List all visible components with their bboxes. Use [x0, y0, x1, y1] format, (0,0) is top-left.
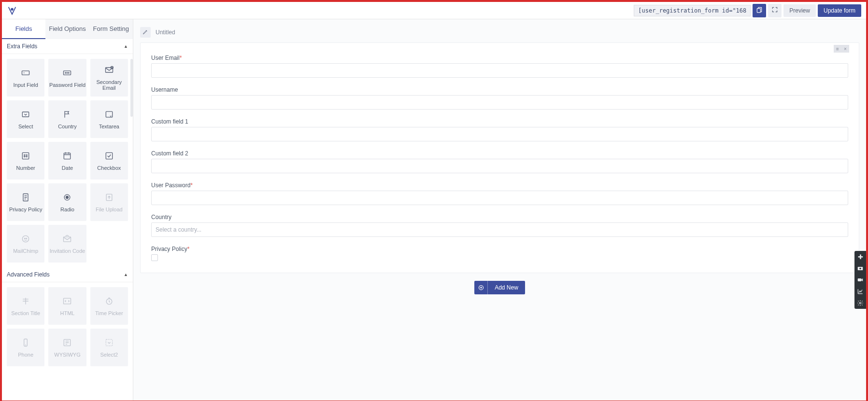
form-row[interactable]: Custom field 2: [151, 150, 848, 173]
field-label: Username: [151, 86, 848, 93]
side-dock: ✚: [854, 251, 866, 309]
svg-point-7: [69, 72, 70, 73]
field-card-html: HTML: [48, 287, 86, 325]
svg-rect-10: [22, 112, 28, 117]
tab-fields[interactable]: Fields: [2, 19, 45, 39]
plus-icon: [474, 281, 488, 294]
field-card-label: Select2: [100, 352, 118, 358]
field-card-country[interactable]: Country: [48, 100, 86, 138]
update-form-button[interactable]: Update form: [818, 4, 861, 17]
section-extra-fields[interactable]: Extra Fields ▲: [2, 39, 133, 54]
text-input[interactable]: [151, 95, 848, 110]
input-icon: [20, 68, 31, 78]
field-card-privacy-policy[interactable]: Privacy Policy: [7, 183, 44, 221]
tab-field-options[interactable]: Field Options: [45, 19, 89, 39]
field-card-checkbox[interactable]: Checkbox: [90, 142, 128, 180]
svg-point-6: [67, 72, 68, 73]
svg-rect-11: [106, 111, 112, 117]
svg-point-5: [65, 72, 66, 73]
text-input[interactable]: [151, 191, 848, 205]
text-input[interactable]: [151, 127, 848, 141]
field-card-radio[interactable]: Radio: [48, 183, 86, 221]
form-row[interactable]: ≡×User Email*: [151, 55, 848, 78]
field-card-password-field[interactable]: Password Field: [48, 59, 86, 97]
svg-point-19: [22, 235, 28, 242]
field-card-section-title: Section Title: [7, 287, 44, 325]
field-card-label: MailChimp: [13, 248, 38, 254]
dock-video-icon[interactable]: [854, 274, 866, 286]
svg-rect-8: [105, 68, 113, 72]
svg-rect-23: [64, 298, 71, 304]
field-card-number[interactable]: Number: [7, 142, 44, 180]
scrollbar[interactable]: [130, 59, 133, 117]
field-card-select[interactable]: Select: [7, 100, 44, 138]
svg-point-21: [26, 238, 27, 239]
field-card-mailchimp: MailChimp: [7, 225, 44, 263]
form-row[interactable]: Custom field 1: [151, 118, 848, 141]
form-title[interactable]: Untitled: [156, 29, 175, 36]
form-row[interactable]: Privacy Policy*: [151, 246, 848, 261]
form-row[interactable]: CountrySelect a country...: [151, 214, 848, 237]
text-input[interactable]: [151, 63, 848, 78]
field-label: User Password*: [151, 182, 848, 189]
clipboard-icon: [756, 6, 763, 14]
email2-icon: [104, 65, 114, 75]
field-card-label: Select: [18, 124, 33, 129]
field-card-secondary-email[interactable]: Secondary Email: [90, 59, 128, 97]
row-delete-button[interactable]: ×: [841, 45, 849, 53]
field-card-time-picker: Time Picker: [90, 287, 128, 325]
field-card-file-upload: File Upload: [90, 183, 128, 221]
sidebar: Fields Field Options Form Setting Extra …: [2, 19, 133, 401]
field-card-label: Privacy Policy: [9, 207, 42, 212]
form-row[interactable]: Username: [151, 86, 848, 110]
field-card-phone: Phone: [7, 329, 44, 366]
fullscreen-button[interactable]: [768, 4, 782, 17]
shortcode-box: [user_registration_form id="168: [634, 5, 751, 16]
field-card-date[interactable]: Date: [48, 142, 86, 180]
dock-add-icon[interactable]: ✚: [854, 251, 866, 263]
section-icon: [20, 296, 31, 306]
advanced-fields-grid: Section TitleHTMLTime PickerPhoneWYSIWYG…: [2, 282, 133, 371]
add-new-row-button[interactable]: Add New: [474, 281, 525, 294]
country-select[interactable]: Select a country...: [151, 222, 848, 237]
wys-icon: [62, 337, 72, 348]
svg-rect-14: [106, 152, 112, 159]
dock-chart-icon[interactable]: [854, 286, 866, 297]
radio-icon: [62, 192, 72, 203]
text-input[interactable]: [151, 159, 848, 173]
copy-shortcode-button[interactable]: [753, 4, 766, 17]
form-row[interactable]: User Password*: [151, 182, 848, 205]
topbar-actions: [user_registration_form id="168 Preview …: [634, 4, 861, 17]
pencil-icon: [142, 29, 148, 36]
field-card-label: Time Picker: [95, 310, 123, 316]
select2-icon: [104, 337, 114, 348]
form-card: ≡×User Email*UsernameCustom field 1Custo…: [140, 42, 859, 273]
edit-title-button[interactable]: [140, 27, 151, 38]
app-logo: [7, 5, 17, 16]
field-label: Custom field 2: [151, 150, 848, 157]
date-icon: [62, 151, 72, 161]
field-card-textarea[interactable]: Textarea: [90, 100, 128, 138]
mailchimp-icon: [20, 234, 31, 244]
dock-settings-icon[interactable]: [854, 297, 866, 309]
field-card-input-field[interactable]: Input Field: [7, 59, 44, 97]
svg-rect-12: [22, 152, 28, 159]
svg-point-0: [11, 8, 14, 11]
field-card-label: Invitation Code: [50, 248, 85, 254]
svg-rect-31: [858, 278, 862, 281]
select-icon: [20, 109, 31, 120]
dock-camera-icon[interactable]: [854, 263, 866, 274]
section-advanced-fields[interactable]: Advanced Fields ▲: [2, 267, 133, 282]
svg-rect-3: [22, 71, 29, 75]
row-controls: ≡×: [834, 45, 849, 53]
row-drag-handle[interactable]: ≡: [834, 45, 841, 53]
required-marker: *: [180, 55, 182, 61]
svg-point-32: [859, 302, 861, 304]
tab-form-setting[interactable]: Form Setting: [89, 19, 133, 39]
preview-button[interactable]: Preview: [783, 4, 816, 17]
svg-point-30: [859, 268, 861, 270]
svg-rect-2: [757, 9, 761, 13]
privacy-checkbox[interactable]: [151, 254, 158, 261]
field-card-label: Country: [58, 124, 77, 129]
field-card-label: Radio: [60, 207, 74, 212]
